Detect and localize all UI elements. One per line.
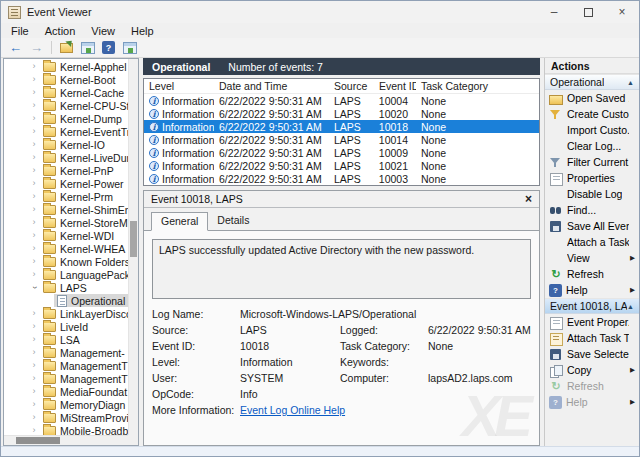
minimize-button[interactable]: – [537, 1, 571, 23]
tree-item-kernel-dump[interactable]: ›Kernel-Dump [4, 112, 128, 125]
chevron-icon[interactable]: › [28, 320, 40, 333]
tree-item-kernel-boot[interactable]: ›Kernel-Boot [4, 73, 128, 86]
action-clear-log[interactable]: Clear Log... [545, 138, 639, 154]
chevron-icon[interactable]: › [28, 177, 40, 190]
chevron-icon[interactable]: › [28, 385, 40, 398]
chevron-icon[interactable]: › [28, 282, 41, 294]
tree-item-known-folders[interactable]: ›Known Folders [4, 255, 128, 268]
chevron-icon[interactable]: › [28, 268, 40, 281]
forward-button[interactable]: → [27, 39, 46, 56]
tree-item-kernel-livedur[interactable]: ›Kernel-LiveDur [4, 151, 128, 164]
chevron-icon[interactable]: › [28, 411, 40, 424]
tree-item-kernel-shimen[interactable]: ›Kernel-ShimEn [4, 203, 128, 216]
maximize-button[interactable] [571, 1, 605, 23]
tab-details[interactable]: Details [208, 212, 258, 230]
tree-horizontal-scrollbar[interactable] [4, 435, 128, 445]
chevron-icon[interactable]: › [28, 424, 40, 435]
tree-item-managementt[interactable]: ›ManagementT [4, 372, 128, 385]
tree-item-management[interactable]: ›Management- [4, 346, 128, 359]
tree-item-kernel-wdi[interactable]: ›Kernel-WDI [4, 229, 128, 242]
actions-section-event-10018-laps[interactable]: Event 10018, LAPS▲ [545, 298, 639, 314]
detail-close-button[interactable]: × [525, 193, 532, 205]
show-console-tree-button[interactable] [78, 39, 97, 56]
action-open-saved[interactable]: Open Saved ... [545, 90, 639, 106]
tree-item-linklayerdisco[interactable]: ›LinkLayerDisco [4, 307, 128, 320]
chevron-icon[interactable]: › [28, 73, 40, 86]
chevron-icon[interactable]: › [28, 86, 40, 99]
tree-item-kernel-eventtr[interactable]: ›Kernel-EventTr [4, 125, 128, 138]
chevron-icon[interactable]: › [28, 398, 40, 411]
tree-item-mistreamprovi[interactable]: ›MiStreamProvi [4, 411, 128, 424]
menu-view[interactable]: View [83, 25, 123, 37]
show-action-pane-button[interactable] [120, 39, 139, 56]
action-view[interactable]: View▶ [545, 250, 639, 266]
chevron-icon[interactable]: › [28, 242, 40, 255]
chevron-icon[interactable]: › [28, 151, 40, 164]
tab-general[interactable]: General [151, 212, 208, 231]
tree-item-memorydiagn[interactable]: ›MemoryDiagn [4, 398, 128, 411]
action-import-custo[interactable]: Import Custo... [545, 122, 639, 138]
action-event-proper[interactable]: Event Proper... [545, 314, 639, 330]
tree-item-managementt[interactable]: ›ManagementT [4, 359, 128, 372]
action-filter-current[interactable]: Filter Current... [545, 154, 639, 170]
chevron-icon[interactable]: › [28, 359, 40, 372]
chevron-icon[interactable]: › [28, 216, 40, 229]
chevron-icon[interactable]: › [28, 164, 40, 177]
chevron-icon[interactable]: › [28, 333, 40, 346]
tree-vertical-scrollbar[interactable] [128, 59, 138, 435]
chevron-icon[interactable]: › [28, 346, 40, 359]
column-header-source[interactable]: Source [329, 80, 374, 92]
event-log-online-help-link[interactable]: Event Log Online Help [240, 404, 345, 416]
action-save-selecte[interactable]: Save Selecte... [545, 346, 639, 362]
tree-item-lsa[interactable]: ›LSA [4, 333, 128, 346]
event-row-10004[interactable]: iInformation6/22/2022 9:50:31 AMLAPS1000… [144, 94, 539, 107]
menu-file[interactable]: File [3, 25, 37, 37]
collapse-icon[interactable]: ▲ [627, 79, 634, 86]
tree-item-laps[interactable]: ›LAPS [4, 281, 128, 294]
action-properties[interactable]: Properties [545, 170, 639, 186]
event-row-10020[interactable]: iInformation6/22/2022 9:50:31 AMLAPS1002… [144, 107, 539, 120]
action-create-custo[interactable]: Create Custo... [545, 106, 639, 122]
action-disable-log[interactable]: Disable Log [545, 186, 639, 202]
tree-item-kernel-pnp[interactable]: ›Kernel-PnP [4, 164, 128, 177]
event-row-10014[interactable]: iInformation6/22/2022 9:50:31 AMLAPS1001… [144, 133, 539, 146]
action-attach-a-task[interactable]: Attach a Task... [545, 234, 639, 250]
column-header-task-category[interactable]: Task Category [416, 80, 539, 92]
column-header-date-and-time[interactable]: Date and Time [214, 80, 329, 92]
tree-item-operational[interactable]: Operational [4, 294, 128, 307]
event-row-10018[interactable]: iInformation6/22/2022 9:50:31 AMLAPS1001… [144, 120, 539, 133]
back-button[interactable]: ← [6, 39, 25, 56]
tree-item-kernel-power[interactable]: ›Kernel-Power [4, 177, 128, 190]
menu-help[interactable]: Help [123, 25, 162, 37]
tree-item-mediafoundat[interactable]: ›MediaFoundat [4, 385, 128, 398]
chevron-icon[interactable]: › [28, 203, 40, 216]
action-refresh[interactable]: ↻Refresh [545, 266, 639, 282]
event-row-10003[interactable]: iInformation6/22/2022 9:50:31 AMLAPS1000… [144, 172, 539, 185]
tree-item-liveid[interactable]: ›LiveId [4, 320, 128, 333]
tree-item-kernel-whea[interactable]: ›Kernel-WHEA [4, 242, 128, 255]
tree-item-mobile-broadb[interactable]: ›Mobile-Broadb [4, 424, 128, 435]
tree-horizontal-scrollbar-thumb[interactable] [16, 437, 60, 444]
chevron-icon[interactable]: › [28, 112, 40, 125]
tree-item-kernel-io[interactable]: ›Kernel-IO [4, 138, 128, 151]
chevron-icon[interactable]: › [28, 190, 40, 203]
tree-item-kernel-cpu-st[interactable]: ›Kernel-CPU-St [4, 99, 128, 112]
chevron-icon[interactable]: › [28, 229, 40, 242]
action-help[interactable]: ?Help▶ [545, 282, 639, 298]
tree-item-kernel-storem[interactable]: ›Kernel-StoreM [4, 216, 128, 229]
chevron-icon[interactable]: › [28, 138, 40, 151]
chevron-icon[interactable]: › [28, 99, 40, 112]
chevron-icon[interactable]: › [28, 125, 40, 138]
action-find[interactable]: Find... [545, 202, 639, 218]
chevron-icon[interactable]: › [28, 307, 40, 320]
chevron-icon[interactable]: › [28, 255, 40, 268]
export-button[interactable] [57, 39, 76, 56]
tree-item-kernel-apphel[interactable]: ›Kernel-Apphel [4, 60, 128, 73]
close-button[interactable]: × [605, 1, 639, 23]
tree-item-kernel-cache[interactable]: ›Kernel-Cache [4, 86, 128, 99]
action-attach-task-t[interactable]: Attach Task T... [545, 330, 639, 346]
help-toolbar-button[interactable]: ? [99, 39, 118, 56]
tree-vertical-scrollbar-thumb[interactable] [130, 221, 137, 257]
action-save-all-even[interactable]: Save All Even... [545, 218, 639, 234]
column-header-level[interactable]: Level [144, 80, 214, 92]
